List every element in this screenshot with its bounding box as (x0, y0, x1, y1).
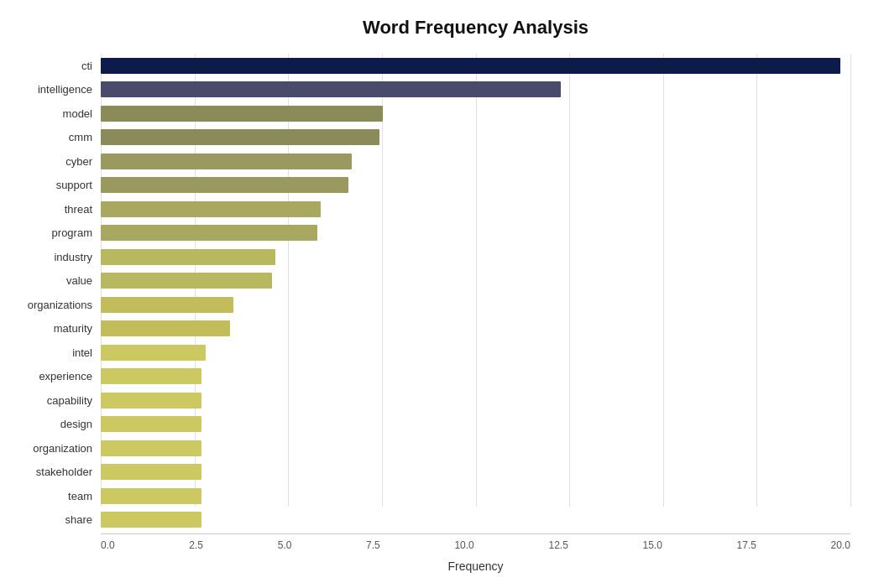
chart-container: Word Frequency Analysis ctiintelligencem… (0, 0, 884, 588)
bar-fill (101, 154, 352, 169)
bar-label: intel (8, 346, 101, 359)
bar-track (101, 201, 850, 217)
chart-title: Word Frequency Analysis (101, 17, 850, 39)
x-tick: 12.5 (548, 539, 568, 551)
x-axis: 0.02.55.07.510.012.515.017.520.0 (101, 539, 850, 551)
x-tick: 7.5 (366, 539, 380, 551)
x-tick: 5.0 (278, 539, 292, 551)
x-tick: 0.0 (101, 539, 115, 551)
bar-row: program (101, 221, 850, 246)
bar-row: intelligence (101, 78, 850, 102)
bar-label: intelligence (8, 83, 101, 96)
bar-row: cti (101, 54, 850, 78)
bar-label: design (8, 418, 101, 430)
x-tick: 2.5 (189, 539, 203, 551)
bar-label: cyber (8, 155, 101, 168)
bar-row: cmm (101, 126, 850, 150)
bar-track (101, 368, 850, 384)
bar-label: cmm (8, 131, 101, 143)
bar-track (101, 393, 850, 408)
bar-row: maturity (101, 317, 850, 341)
bar-row: threat (101, 197, 850, 221)
bar-track (101, 416, 850, 432)
bar-track (101, 58, 850, 74)
bar-track (101, 106, 850, 122)
bar-label: industry (8, 251, 101, 263)
bar-label: stakeholder (8, 466, 101, 478)
bar-track (101, 225, 850, 241)
x-tick: 17.5 (737, 539, 756, 551)
bar-fill (101, 297, 233, 313)
bar-row: capability (101, 388, 850, 413)
bar-row: design (101, 413, 850, 437)
bar-label: support (8, 179, 101, 191)
x-tick: 20.0 (831, 539, 850, 551)
x-tick: 10.0 (454, 539, 473, 551)
bar-track (101, 512, 850, 528)
bar-row: cyber (101, 149, 850, 174)
bar-fill (101, 225, 317, 241)
bar-fill (101, 320, 230, 336)
bar-fill (101, 440, 201, 456)
bar-label: team (8, 490, 101, 502)
bar-fill (101, 249, 275, 265)
bar-label: cti (8, 60, 101, 72)
x-tick: 15.0 (643, 539, 662, 551)
bar-fill (101, 81, 561, 97)
bar-label: maturity (8, 322, 101, 335)
bar-fill (101, 393, 201, 408)
bar-track (101, 345, 850, 361)
bar-label: organization (8, 442, 101, 455)
bar-row: organizations (101, 293, 850, 317)
bar-fill (101, 464, 201, 480)
bar-label: threat (8, 203, 101, 216)
bar-label: share (8, 513, 101, 526)
bar-label: organizations (8, 299, 101, 311)
bar-label: model (8, 107, 101, 120)
bar-fill (101, 129, 379, 145)
bar-row: intel (101, 341, 850, 365)
bars-wrapper: ctiintelligencemodelcmmcybersupportthrea… (101, 54, 850, 532)
bar-track (101, 177, 850, 193)
bar-track (101, 488, 850, 504)
x-axis-label: Frequency (101, 559, 850, 573)
bar-fill (101, 106, 383, 122)
bar-fill (101, 416, 201, 432)
bar-fill (101, 345, 206, 361)
bar-track (101, 129, 850, 145)
bar-fill (101, 273, 272, 289)
bar-track (101, 320, 850, 336)
chart-area: ctiintelligencemodelcmmcybersupportthrea… (101, 54, 850, 532)
bar-fill (101, 512, 201, 528)
bar-row: support (101, 174, 850, 198)
bar-label: capability (8, 394, 101, 407)
bar-track (101, 440, 850, 456)
bar-row: share (101, 508, 850, 533)
bar-row: model (101, 101, 850, 126)
bar-label: value (8, 274, 101, 287)
bar-fill (101, 488, 201, 504)
bar-label: program (8, 226, 101, 239)
bar-track (101, 297, 850, 313)
bar-fill (101, 58, 840, 74)
bar-fill (101, 201, 321, 217)
bar-row: team (101, 484, 850, 508)
bar-fill (101, 177, 348, 193)
bar-track (101, 464, 850, 480)
grid-line (850, 54, 851, 507)
bar-label: experience (8, 370, 101, 382)
axis-line (101, 533, 850, 534)
bar-row: industry (101, 245, 850, 269)
bar-row: organization (101, 436, 850, 461)
bar-track (101, 81, 850, 97)
bar-row: stakeholder (101, 461, 850, 485)
bar-row: experience (101, 365, 850, 389)
bar-track (101, 249, 850, 265)
bar-fill (101, 368, 201, 384)
bar-track (101, 154, 850, 169)
bar-row: value (101, 269, 850, 294)
bar-track (101, 273, 850, 289)
